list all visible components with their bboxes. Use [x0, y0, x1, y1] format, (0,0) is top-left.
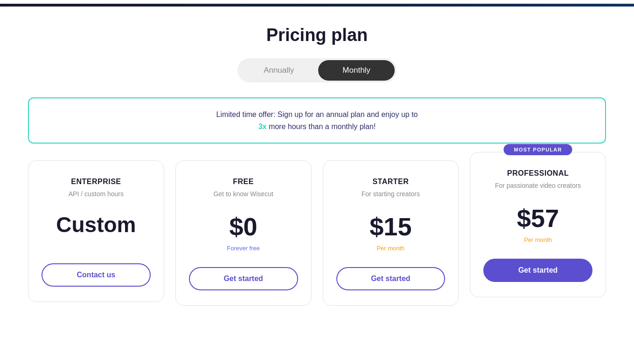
billing-toggle-wrapper: Annually Monthly — [237, 58, 397, 82]
enterprise-plan-subtitle: API / custom hours — [42, 190, 151, 199]
promo-text: Limited time offer: Sign up for an annua… — [48, 109, 586, 132]
professional-plan-name: PROFESSIONAL — [483, 169, 592, 178]
starter-cta-button[interactable]: Get started — [336, 267, 446, 290]
professional-plan-subtitle: For passionate video creators — [483, 181, 592, 191]
most-popular-badge: MOST POPULAR — [504, 144, 572, 155]
promo-text-after: more hours than a monthly plan! — [266, 123, 376, 130]
starter-price-container: $15 — [336, 212, 446, 241]
plan-card-starter: STARTER For starting creators $15 Per mo… — [323, 160, 459, 306]
plan-card-free: FREE Get to know Wisecut $0 Forever free… — [175, 160, 312, 306]
toggle-monthly[interactable]: Monthly — [318, 60, 395, 81]
free-cta-button[interactable]: Get started — [189, 267, 298, 290]
enterprise-price-period — [42, 241, 151, 250]
free-price: $0 — [230, 213, 258, 240]
enterprise-price-container: Custom — [42, 212, 151, 237]
free-price-period: Forever free — [189, 245, 298, 254]
toggle-annually[interactable]: Annually — [239, 60, 318, 81]
starter-price-period: Per month — [336, 245, 446, 254]
promo-text-before: Limited time offer: Sign up for an annua… — [216, 110, 418, 118]
free-plan-name: FREE — [189, 178, 298, 186]
promo-banner: Limited time offer: Sign up for an annua… — [28, 97, 606, 144]
starter-price: $15 — [369, 213, 411, 240]
professional-price-container: $57 — [483, 204, 592, 233]
starter-plan-name: STARTER — [336, 178, 446, 186]
starter-plan-subtitle: For starting creators — [336, 190, 446, 199]
plan-card-professional: MOST POPULAR PROFESSIONAL For passionate… — [470, 152, 606, 297]
professional-cta-button[interactable]: Get started — [483, 259, 592, 282]
free-price-container: $0 — [189, 212, 298, 241]
billing-toggle-container: Annually Monthly — [28, 58, 606, 82]
page-title: Pricing plan — [28, 25, 606, 45]
plans-grid: ENTERPRISE API / custom hours Custom Con… — [28, 160, 606, 306]
free-plan-subtitle: Get to know Wisecut — [189, 190, 298, 199]
professional-price: $57 — [517, 204, 559, 232]
enterprise-price: Custom — [56, 213, 136, 237]
plan-card-enterprise: ENTERPRISE API / custom hours Custom Con… — [28, 160, 164, 302]
enterprise-plan-name: ENTERPRISE — [42, 178, 151, 186]
enterprise-cta-button[interactable]: Contact us — [42, 263, 151, 287]
professional-price-period: Per month — [483, 236, 592, 246]
promo-highlight: 3x — [258, 123, 267, 130]
